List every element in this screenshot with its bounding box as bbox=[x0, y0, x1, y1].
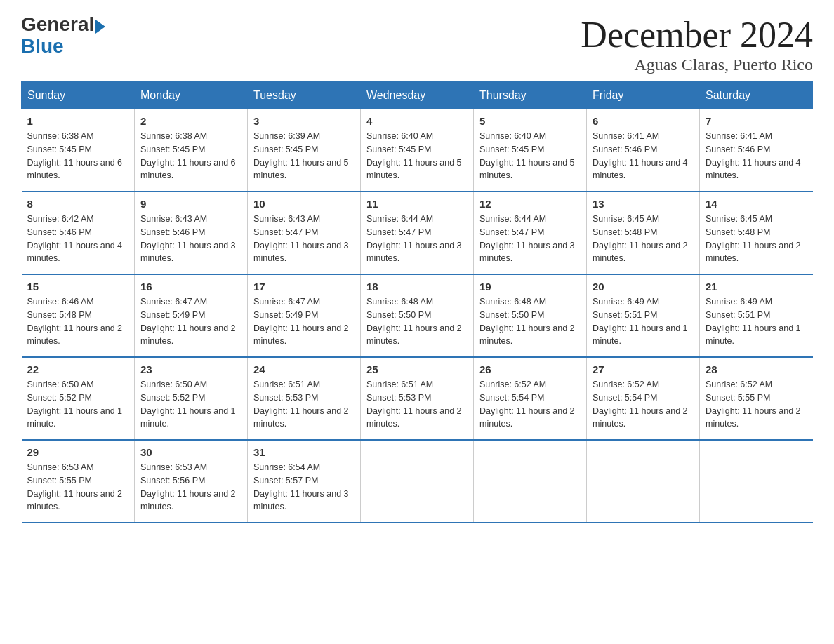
day-number: 31 bbox=[253, 446, 355, 458]
calendar-week-row: 15Sunrise: 6:46 AMSunset: 5:48 PMDayligh… bbox=[22, 274, 813, 357]
calendar-cell: 29Sunrise: 6:53 AMSunset: 5:55 PMDayligh… bbox=[22, 440, 135, 523]
day-number: 5 bbox=[479, 115, 581, 127]
calendar-cell: 31Sunrise: 6:54 AMSunset: 5:57 PMDayligh… bbox=[248, 440, 361, 523]
day-number: 30 bbox=[140, 446, 241, 458]
day-number: 18 bbox=[366, 281, 468, 293]
day-number: 24 bbox=[253, 363, 355, 375]
calendar-week-row: 8Sunrise: 6:42 AMSunset: 5:46 PMDaylight… bbox=[22, 192, 813, 274]
day-number: 29 bbox=[27, 446, 129, 458]
day-number: 7 bbox=[706, 115, 807, 127]
calendar-cell: 4Sunrise: 6:40 AMSunset: 5:45 PMDaylight… bbox=[361, 109, 474, 192]
day-info: Sunrise: 6:51 AMSunset: 5:53 PMDaylight:… bbox=[253, 378, 355, 431]
calendar-week-row: 29Sunrise: 6:53 AMSunset: 5:55 PMDayligh… bbox=[22, 440, 813, 523]
calendar-cell: 11Sunrise: 6:44 AMSunset: 5:47 PMDayligh… bbox=[361, 192, 474, 274]
calendar-cell bbox=[700, 440, 813, 523]
day-info: Sunrise: 6:52 AMSunset: 5:55 PMDaylight:… bbox=[706, 378, 807, 431]
calendar-cell: 13Sunrise: 6:45 AMSunset: 5:48 PMDayligh… bbox=[587, 192, 700, 274]
day-info: Sunrise: 6:49 AMSunset: 5:51 PMDaylight:… bbox=[593, 295, 694, 348]
header-cell-monday: Monday bbox=[135, 82, 248, 109]
calendar-header-row: SundayMondayTuesdayWednesdayThursdayFrid… bbox=[22, 82, 813, 109]
calendar-cell: 21Sunrise: 6:49 AMSunset: 5:51 PMDayligh… bbox=[700, 274, 813, 357]
day-number: 9 bbox=[140, 198, 241, 210]
day-info: Sunrise: 6:52 AMSunset: 5:54 PMDaylight:… bbox=[593, 378, 694, 431]
day-info: Sunrise: 6:44 AMSunset: 5:47 PMDaylight:… bbox=[479, 213, 581, 265]
day-number: 8 bbox=[27, 198, 129, 210]
day-info: Sunrise: 6:51 AMSunset: 5:53 PMDaylight:… bbox=[366, 378, 468, 431]
calendar-week-row: 1Sunrise: 6:38 AMSunset: 5:45 PMDaylight… bbox=[22, 109, 813, 192]
day-number: 21 bbox=[706, 281, 807, 293]
header-cell-saturday: Saturday bbox=[700, 82, 813, 109]
day-info: Sunrise: 6:53 AMSunset: 5:56 PMDaylight:… bbox=[140, 461, 241, 514]
day-info: Sunrise: 6:45 AMSunset: 5:48 PMDaylight:… bbox=[593, 213, 694, 265]
day-info: Sunrise: 6:43 AMSunset: 5:47 PMDaylight:… bbox=[253, 213, 355, 265]
day-number: 2 bbox=[140, 115, 241, 127]
calendar-title: December 2024 bbox=[581, 14, 813, 55]
day-info: Sunrise: 6:41 AMSunset: 5:46 PMDaylight:… bbox=[706, 130, 807, 182]
day-info: Sunrise: 6:38 AMSunset: 5:45 PMDaylight:… bbox=[140, 130, 241, 182]
day-number: 28 bbox=[706, 363, 807, 375]
calendar-cell bbox=[361, 440, 474, 523]
calendar-cell: 30Sunrise: 6:53 AMSunset: 5:56 PMDayligh… bbox=[135, 440, 248, 523]
day-number: 3 bbox=[253, 115, 355, 127]
header-cell-wednesday: Wednesday bbox=[361, 82, 474, 109]
day-info: Sunrise: 6:40 AMSunset: 5:45 PMDaylight:… bbox=[479, 130, 581, 182]
day-number: 19 bbox=[479, 281, 581, 293]
logo-general: General bbox=[21, 13, 94, 35]
calendar-cell: 24Sunrise: 6:51 AMSunset: 5:53 PMDayligh… bbox=[248, 357, 361, 440]
day-number: 25 bbox=[366, 363, 468, 375]
day-info: Sunrise: 6:40 AMSunset: 5:45 PMDaylight:… bbox=[366, 130, 468, 182]
day-info: Sunrise: 6:45 AMSunset: 5:48 PMDaylight:… bbox=[706, 213, 807, 265]
day-info: Sunrise: 6:49 AMSunset: 5:51 PMDaylight:… bbox=[706, 295, 807, 348]
calendar-cell: 8Sunrise: 6:42 AMSunset: 5:46 PMDaylight… bbox=[22, 192, 135, 274]
calendar-cell: 22Sunrise: 6:50 AMSunset: 5:52 PMDayligh… bbox=[22, 357, 135, 440]
header-cell-friday: Friday bbox=[587, 82, 700, 109]
day-number: 10 bbox=[253, 198, 355, 210]
day-info: Sunrise: 6:48 AMSunset: 5:50 PMDaylight:… bbox=[479, 295, 581, 348]
calendar-cell: 26Sunrise: 6:52 AMSunset: 5:54 PMDayligh… bbox=[474, 357, 587, 440]
day-info: Sunrise: 6:50 AMSunset: 5:52 PMDaylight:… bbox=[27, 378, 129, 431]
day-number: 6 bbox=[593, 115, 694, 127]
calendar-cell: 16Sunrise: 6:47 AMSunset: 5:49 PMDayligh… bbox=[135, 274, 248, 357]
calendar-cell: 28Sunrise: 6:52 AMSunset: 5:55 PMDayligh… bbox=[700, 357, 813, 440]
day-number: 17 bbox=[253, 281, 355, 293]
day-info: Sunrise: 6:38 AMSunset: 5:45 PMDaylight:… bbox=[27, 130, 129, 182]
calendar-cell bbox=[587, 440, 700, 523]
calendar-cell: 19Sunrise: 6:48 AMSunset: 5:50 PMDayligh… bbox=[474, 274, 587, 357]
day-info: Sunrise: 6:53 AMSunset: 5:55 PMDaylight:… bbox=[27, 461, 129, 514]
logo-arrow-icon bbox=[95, 20, 105, 34]
day-info: Sunrise: 6:39 AMSunset: 5:45 PMDaylight:… bbox=[253, 130, 355, 182]
calendar-table: SundayMondayTuesdayWednesdayThursdayFrid… bbox=[21, 81, 813, 523]
day-info: Sunrise: 6:47 AMSunset: 5:49 PMDaylight:… bbox=[140, 295, 241, 348]
day-info: Sunrise: 6:47 AMSunset: 5:49 PMDaylight:… bbox=[253, 295, 355, 348]
day-info: Sunrise: 6:50 AMSunset: 5:52 PMDaylight:… bbox=[140, 378, 241, 431]
day-number: 4 bbox=[366, 115, 468, 127]
header-cell-thursday: Thursday bbox=[474, 82, 587, 109]
calendar-cell: 25Sunrise: 6:51 AMSunset: 5:53 PMDayligh… bbox=[361, 357, 474, 440]
day-number: 14 bbox=[706, 198, 807, 210]
day-number: 13 bbox=[593, 198, 694, 210]
header-cell-tuesday: Tuesday bbox=[248, 82, 361, 109]
calendar-cell: 15Sunrise: 6:46 AMSunset: 5:48 PMDayligh… bbox=[22, 274, 135, 357]
day-number: 11 bbox=[366, 198, 468, 210]
day-info: Sunrise: 6:42 AMSunset: 5:46 PMDaylight:… bbox=[27, 213, 129, 265]
calendar-cell: 5Sunrise: 6:40 AMSunset: 5:45 PMDaylight… bbox=[474, 109, 587, 192]
calendar-cell: 2Sunrise: 6:38 AMSunset: 5:45 PMDaylight… bbox=[135, 109, 248, 192]
day-number: 12 bbox=[479, 198, 581, 210]
day-info: Sunrise: 6:43 AMSunset: 5:46 PMDaylight:… bbox=[140, 213, 241, 265]
calendar-subtitle: Aguas Claras, Puerto Rico bbox=[581, 55, 813, 74]
logo-blue: Blue bbox=[21, 35, 64, 57]
calendar-week-row: 22Sunrise: 6:50 AMSunset: 5:52 PMDayligh… bbox=[22, 357, 813, 440]
calendar-cell: 6Sunrise: 6:41 AMSunset: 5:46 PMDaylight… bbox=[587, 109, 700, 192]
day-info: Sunrise: 6:52 AMSunset: 5:54 PMDaylight:… bbox=[479, 378, 581, 431]
calendar-cell: 14Sunrise: 6:45 AMSunset: 5:48 PMDayligh… bbox=[700, 192, 813, 274]
calendar-cell: 12Sunrise: 6:44 AMSunset: 5:47 PMDayligh… bbox=[474, 192, 587, 274]
day-number: 27 bbox=[593, 363, 694, 375]
day-number: 1 bbox=[27, 115, 129, 127]
day-number: 16 bbox=[140, 281, 241, 293]
day-info: Sunrise: 6:46 AMSunset: 5:48 PMDaylight:… bbox=[27, 295, 129, 348]
calendar-cell: 1Sunrise: 6:38 AMSunset: 5:45 PMDaylight… bbox=[22, 109, 135, 192]
day-info: Sunrise: 6:41 AMSunset: 5:46 PMDaylight:… bbox=[593, 130, 694, 182]
calendar-cell bbox=[474, 440, 587, 523]
day-info: Sunrise: 6:48 AMSunset: 5:50 PMDaylight:… bbox=[366, 295, 468, 348]
day-number: 22 bbox=[27, 363, 129, 375]
